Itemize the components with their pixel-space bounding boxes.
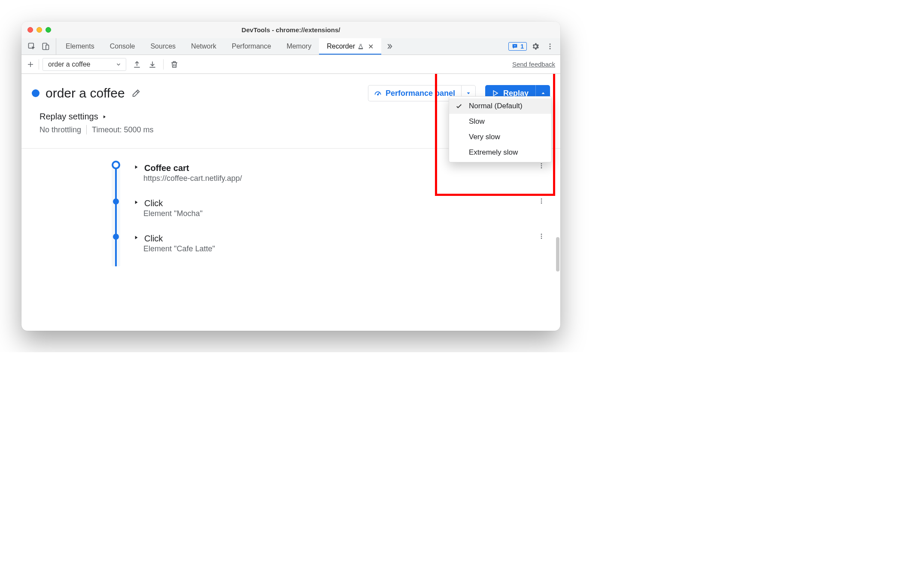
performance-panel-button[interactable]: Performance panel	[368, 85, 461, 101]
caret-right-icon[interactable]	[133, 164, 139, 170]
step-menu-icon[interactable]	[538, 162, 545, 169]
tab-network[interactable]: Network	[183, 38, 224, 55]
svg-point-7	[541, 163, 542, 165]
throttling-value: No throttling	[40, 125, 81, 134]
kebab-menu-icon[interactable]	[544, 40, 556, 52]
issues-badge[interactable]: 1	[508, 42, 527, 51]
step-marker-icon	[113, 234, 119, 240]
window-title: DevTools - chrome://extensions/	[21, 26, 560, 34]
chevron-down-icon	[116, 61, 122, 67]
tab-sources[interactable]: Sources	[143, 38, 183, 55]
svg-rect-2	[46, 45, 49, 50]
step-title: Click	[144, 198, 163, 208]
separator	[163, 59, 164, 70]
titlebar: DevTools - chrome://extensions/	[21, 21, 560, 38]
svg-point-14	[541, 236, 542, 237]
svg-point-3	[550, 43, 551, 45]
svg-point-15	[541, 238, 542, 239]
step-menu-icon[interactable]	[538, 198, 545, 204]
send-feedback-link[interactable]: Send feedback	[512, 61, 555, 68]
more-tabs-icon[interactable]	[381, 38, 398, 55]
svg-point-12	[541, 202, 542, 204]
tab-memory[interactable]: Memory	[279, 38, 319, 55]
svg-point-9	[541, 167, 542, 168]
separator	[39, 59, 39, 70]
separator	[86, 125, 87, 134]
check-icon	[455, 102, 463, 110]
svg-point-11	[541, 201, 542, 202]
recording-select-value: order a coffee	[48, 61, 90, 68]
delete-recording-icon[interactable]	[168, 58, 181, 71]
recording-status-dot	[32, 89, 40, 97]
step-subtitle: https://coffee-cart.netlify.app/	[143, 174, 552, 183]
step-marker-icon	[113, 198, 119, 204]
step-subtitle: Element "Cafe Latte"	[143, 244, 552, 253]
issues-count: 1	[520, 43, 524, 50]
replay-speed-menu: Normal (Default) Slow Very slow Extremel…	[449, 96, 552, 162]
device-toolbar-icon[interactable]	[40, 40, 52, 52]
gauge-icon	[374, 89, 382, 98]
step-title: Click	[144, 234, 163, 244]
experiment-icon	[358, 43, 364, 49]
settings-gear-icon[interactable]	[529, 40, 541, 52]
timeout-value: Timeout: 5000 ms	[92, 125, 153, 134]
close-tab-icon[interactable]: ✕	[368, 43, 374, 51]
inspect-element-icon[interactable]	[26, 40, 38, 52]
tab-console[interactable]: Console	[102, 38, 143, 55]
tab-recorder[interactable]: Recorder ✕	[319, 38, 381, 55]
recording-title: order a coffee	[46, 86, 125, 101]
tab-elements[interactable]: Elements	[58, 38, 102, 55]
svg-point-13	[541, 234, 542, 235]
step-menu-icon[interactable]	[538, 233, 545, 240]
tab-performance[interactable]: Performance	[224, 38, 279, 55]
svg-point-8	[541, 165, 542, 167]
recorder-content: order a coffee Performance panel Replay	[21, 74, 560, 331]
devtools-window: DevTools - chrome://extensions/ Elements…	[21, 21, 560, 331]
caret-right-icon[interactable]	[133, 199, 139, 205]
scrollbar[interactable]	[556, 237, 559, 271]
caret-right-icon	[102, 114, 107, 119]
speed-option-slow[interactable]: Slow	[449, 114, 551, 129]
speed-option-normal[interactable]: Normal (Default)	[449, 98, 551, 114]
svg-point-5	[550, 48, 551, 49]
panel-tabs: Elements Console Sources Network Perform…	[58, 38, 508, 55]
svg-point-4	[550, 46, 551, 47]
step-title: Coffee cart	[144, 163, 189, 173]
step-item[interactable]: Click Element "Mocha"	[107, 196, 552, 231]
step-item[interactable]: Coffee cart https://coffee-cart.netlify.…	[107, 161, 552, 196]
svg-point-10	[541, 198, 542, 200]
steps-list: Coffee cart https://coffee-cart.netlify.…	[21, 149, 560, 266]
devtools-tabrow: Elements Console Sources Network Perform…	[21, 38, 560, 55]
export-icon[interactable]	[131, 58, 143, 71]
recording-select[interactable]: order a coffee	[43, 58, 126, 71]
speed-option-very-slow[interactable]: Very slow	[449, 129, 551, 145]
speed-option-extremely-slow[interactable]: Extremely slow	[449, 145, 551, 160]
step-marker-icon	[112, 161, 120, 169]
edit-title-icon[interactable]	[131, 88, 141, 98]
caret-right-icon[interactable]	[133, 235, 139, 241]
step-item[interactable]: Click Element "Cafe Latte"	[107, 231, 552, 266]
svg-point-6	[377, 94, 378, 95]
step-subtitle: Element "Mocha"	[143, 209, 552, 218]
new-recording-button[interactable]	[24, 58, 37, 71]
recorder-toolbar: order a coffee Send feedback	[21, 55, 560, 74]
import-icon[interactable]	[146, 58, 159, 71]
